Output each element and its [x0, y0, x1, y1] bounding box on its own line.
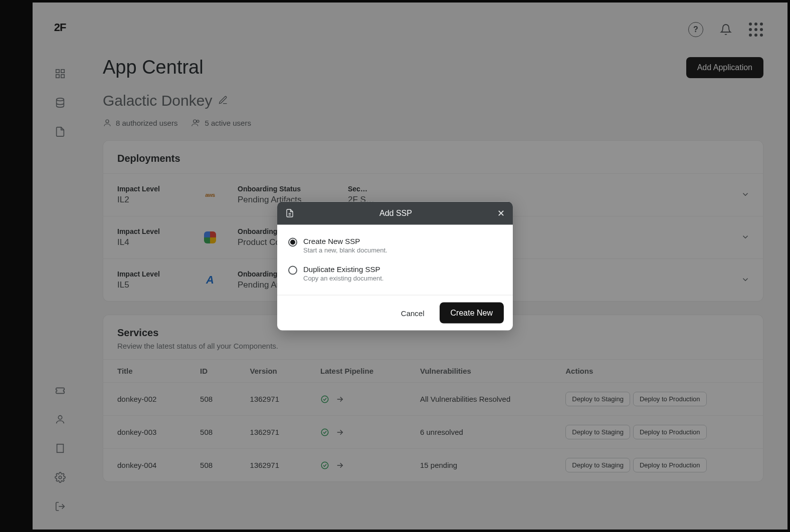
radio-create-new[interactable]: Create New SSP Start a new, blank docume… — [288, 237, 502, 254]
radio-texts: Create New SSP Start a new, blank docume… — [303, 237, 387, 254]
modal-header: Add SSP ✕ — [277, 202, 513, 225]
modal-title: Add SSP — [300, 209, 491, 218]
add-ssp-modal: Add SSP ✕ Create New SSP Start a new, bl… — [277, 202, 513, 331]
radio-title: Create New SSP — [303, 237, 387, 245]
radio-icon — [288, 266, 297, 275]
radio-subtitle: Copy an existing document. — [303, 275, 383, 282]
document-icon — [285, 209, 294, 218]
radio-texts: Duplicate Existing SSP Copy an existing … — [303, 265, 383, 282]
create-new-button[interactable]: Create New — [440, 303, 504, 324]
radio-title: Duplicate Existing SSP — [303, 265, 383, 274]
radio-icon — [288, 238, 297, 247]
radio-duplicate[interactable]: Duplicate Existing SSP Copy an existing … — [288, 265, 502, 282]
radio-subtitle: Start a new, blank document. — [303, 246, 387, 254]
modal-body: Create New SSP Start a new, blank docume… — [277, 225, 513, 295]
modal-footer: Cancel Create New — [277, 295, 513, 331]
cancel-button[interactable]: Cancel — [393, 303, 433, 324]
close-icon[interactable]: ✕ — [497, 208, 505, 219]
